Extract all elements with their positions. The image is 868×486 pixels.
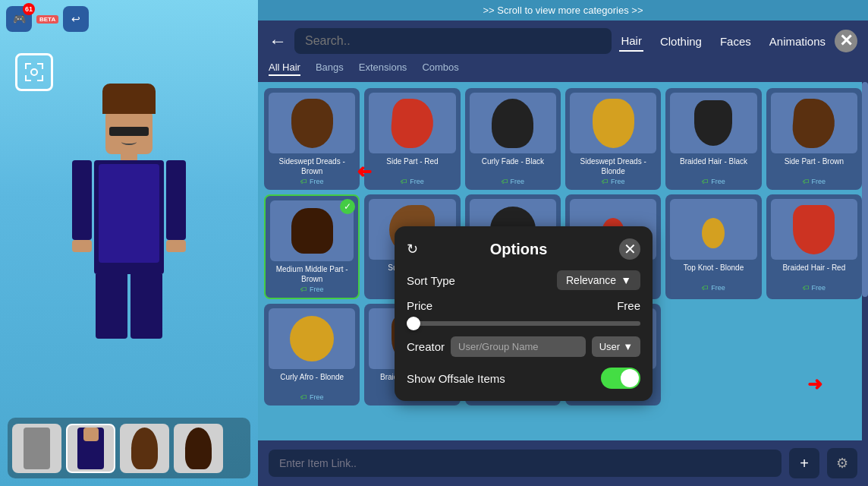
search-input[interactable] xyxy=(305,34,601,48)
item-thumb xyxy=(771,93,857,153)
item-price: 🏷 Free xyxy=(369,178,455,185)
item-price: 🏷 Free xyxy=(670,284,756,292)
item-name: Braided Hair - Black xyxy=(670,156,756,176)
sort-type-value: Relevance xyxy=(566,274,616,286)
creator-row: Creator User/Group Name User ▼ xyxy=(407,336,640,357)
item-price: 🏷 Free xyxy=(771,178,857,185)
subtab-extensions[interactable]: Extensions xyxy=(359,62,407,76)
item-card[interactable]: ✓ Medium Middle Part - Brown 🏷 Free xyxy=(264,194,360,299)
item-price: 🏷 Free xyxy=(670,178,756,185)
price-label: Price xyxy=(407,299,432,312)
price-slider-thumb[interactable] xyxy=(407,317,420,330)
options-header: ↻ Options ✕ xyxy=(407,238,640,260)
item-thumb xyxy=(570,93,656,153)
creator-dropdown-arrow: ▼ xyxy=(623,341,633,352)
sort-type-row: Sort Type Relevance ▼ xyxy=(407,270,640,290)
sort-type-select[interactable]: Relevance ▼ xyxy=(557,270,640,290)
close-button[interactable]: ✕ xyxy=(835,30,857,52)
price-value: Free xyxy=(617,299,640,312)
tab-animations[interactable]: Animations xyxy=(768,32,827,51)
item-price: 🏷 Free xyxy=(269,178,355,185)
character-panel: 🎮 61 BETA ↩ xyxy=(0,0,258,486)
subtab-combos[interactable]: Combos xyxy=(422,62,458,76)
item-card[interactable]: Curly Fade - Black 🏷 Free xyxy=(465,88,561,190)
options-refresh-button[interactable]: ↻ xyxy=(407,241,418,257)
sub-tabs: All Hair Bangs Extensions Combos xyxy=(258,62,868,82)
item-link-input[interactable]: Enter Item Link.. xyxy=(269,450,782,477)
item-card[interactable]: Braided Hair - Black 🏷 Free xyxy=(665,88,761,190)
tab-clothing[interactable]: Clothing xyxy=(659,32,703,51)
beta-badge: BETA xyxy=(36,15,58,24)
item-thumb xyxy=(269,93,355,153)
thumb-2[interactable] xyxy=(66,424,115,473)
offsale-label: Show Offsale Items xyxy=(407,372,505,385)
item-name: Side Part - Brown xyxy=(771,156,857,176)
top-icons: 🎮 61 BETA ↩ xyxy=(6,6,89,32)
options-title: Options xyxy=(418,241,619,258)
item-card[interactable]: Side Part - Red 🏷 Free xyxy=(364,88,460,190)
creator-type-select[interactable]: User ▼ xyxy=(592,336,640,357)
item-card[interactable]: Top Knot - Blonde 🏷 Free xyxy=(665,194,761,299)
item-thumb xyxy=(369,93,455,153)
offsale-toggle[interactable] xyxy=(601,368,640,389)
item-name: Curly Fade - Black xyxy=(470,156,556,176)
item-name: Medium Middle Part - Brown xyxy=(270,264,354,284)
zoom-button[interactable]: + xyxy=(789,448,819,478)
item-name: Sideswept Dreads - Blonde xyxy=(570,156,656,176)
item-card[interactable]: Braided Hair - Red 🏷 Free xyxy=(766,194,862,299)
price-slider[interactable] xyxy=(407,321,640,326)
tab-hair[interactable]: Hair xyxy=(619,31,643,52)
thumb-1[interactable] xyxy=(12,424,61,473)
offsale-row: Show Offsale Items xyxy=(407,368,640,389)
item-price: 🏷 Free xyxy=(470,178,556,185)
bottom-bar: Enter Item Link.. + ⚙ xyxy=(258,440,868,486)
tab-faces[interactable]: Faces xyxy=(719,32,753,51)
scroll-banner: >> Scroll to view more categories >> xyxy=(258,0,868,21)
creator-type-value: User xyxy=(599,341,620,352)
price-row: Price Free xyxy=(407,299,640,312)
subtab-bangs[interactable]: Bangs xyxy=(316,62,344,76)
item-thumb xyxy=(269,308,355,369)
item-thumb xyxy=(771,199,857,260)
red-arrow-1: ➜ xyxy=(357,162,372,183)
creator-label: Creator xyxy=(407,340,445,353)
item-price: 🏷 Free xyxy=(270,286,354,293)
character-figure xyxy=(61,84,197,327)
item-price: 🏷 Free xyxy=(570,178,656,185)
toggle-knob xyxy=(621,369,639,387)
sort-dropdown-arrow: ▼ xyxy=(621,274,631,286)
item-name: Side Part - Red xyxy=(369,156,455,176)
item-card[interactable]: Side Part - Brown 🏷 Free xyxy=(766,88,862,190)
history-icon[interactable]: ↩ xyxy=(63,6,89,32)
search-bar: ← Hair Clothing Faces Animations ✕ xyxy=(258,21,868,62)
back-button[interactable]: ← xyxy=(269,30,287,52)
catalog-panel: >> Scroll to view more categories >> ← H… xyxy=(258,0,868,486)
thumb-4[interactable] xyxy=(174,424,223,473)
outfit-thumbnails xyxy=(8,418,250,478)
item-name: Curly Afro - Blonde xyxy=(269,372,355,392)
item-thumb xyxy=(470,93,556,153)
item-thumb xyxy=(670,199,756,260)
app-icon[interactable]: 🎮 61 xyxy=(6,6,32,32)
thumb-3[interactable] xyxy=(120,424,169,473)
item-price: 🏷 Free xyxy=(771,284,857,292)
options-modal: ↻ Options ✕ Sort Type Relevance ▼ Price … xyxy=(395,226,653,401)
settings-button[interactable]: ⚙ xyxy=(827,448,857,478)
subtab-all-hair[interactable]: All Hair xyxy=(269,62,300,76)
character-viewport xyxy=(19,53,239,357)
nav-tabs: Hair Clothing Faces Animations xyxy=(619,31,827,52)
search-input-wrap xyxy=(294,28,612,54)
item-card[interactable]: Sideswept Dreads - Blonde 🏷 Free xyxy=(565,88,661,190)
notification-badge: 61 xyxy=(23,3,35,15)
item-name: Top Knot - Blonde xyxy=(670,263,756,282)
sort-type-label: Sort Type xyxy=(407,274,467,287)
item-name: Sideswept Dreads - Brown xyxy=(269,156,355,176)
item-card[interactable]: Curly Afro - Blonde 🏷 Free xyxy=(264,304,360,406)
item-thumb xyxy=(670,93,756,153)
item-name: Braided Hair - Red xyxy=(771,263,857,282)
creator-input[interactable]: User/Group Name xyxy=(451,336,586,357)
items-grid-wrap[interactable]: Sideswept Dreads - Brown 🏷 Free Side Par… xyxy=(258,82,868,440)
options-close-button[interactable]: ✕ xyxy=(619,238,640,260)
red-arrow-2: ➜ xyxy=(807,374,822,395)
item-card[interactable]: Sideswept Dreads - Brown 🏷 Free xyxy=(264,88,360,190)
